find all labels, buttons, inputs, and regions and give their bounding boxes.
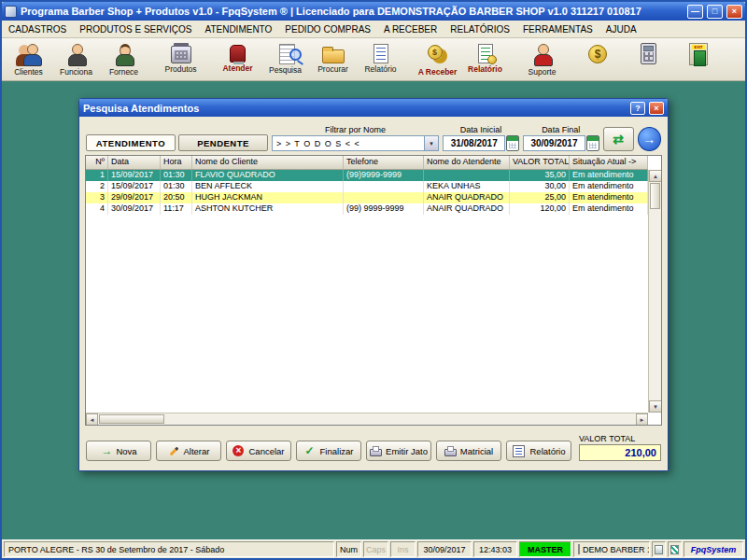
toolbar-a-receber[interactable]: A Receber [414,39,461,79]
toolbar-pesquisa[interactable]: Pesquisa [261,39,309,79]
cancel-icon [233,445,245,457]
grid-header-cell[interactable]: Situação Atual -> [570,156,648,169]
scroll-down-icon[interactable] [649,400,662,413]
status-date: 30/09/2017 [417,541,472,557]
toolbar: Clientes Funciona Fornece Produtos Atend… [2,38,745,81]
grid-header-cell[interactable]: Hora [161,156,192,169]
action-buttons: Nova Alterar Cancelar [86,441,571,461]
nova-button[interactable]: Nova [86,441,151,461]
grid-header-cell[interactable]: Telefone [344,156,424,169]
menu-a-receber[interactable]: A RECEBER [377,22,444,36]
cell-num: 2 [86,181,108,192]
toolbar-atender[interactable]: Atender [214,39,261,79]
scroll-right-icon[interactable] [636,413,648,426]
maximize-button[interactable]: □ [707,5,723,19]
mdi-desktop: Pesquisa Atendimentos ? × ATENDIMENTO PE… [2,81,745,539]
calendar-icon[interactable] [506,135,518,151]
cell-telefone [344,192,424,203]
report-icon [374,44,388,63]
grid-row[interactable]: 1 15/09/2017 01:30 FLAVIO QUADRADO (99)9… [86,170,648,181]
cell-valor: 35,00 [510,170,570,181]
status-bar: PORTO ALEGRE - RS 30 de Setembro de 2017… [2,539,745,558]
menu-atendimento[interactable]: ATENDIMENTO [198,22,278,36]
horizontal-scroll-thumb[interactable] [99,414,164,424]
atendimentos-grid: Nº Data Hora Nome do Cliente Telefone No… [85,155,662,426]
clients-icon [16,42,42,66]
grid-header-cell[interactable]: Data [108,156,161,169]
toolbar-clientes[interactable]: Clientes [5,39,52,79]
menu-produtos-e-servicos[interactable]: PRODUTOS E SERVIÇOS [73,22,198,36]
grid-header-cell[interactable]: Nº [86,156,108,169]
grid-row[interactable]: 4 30/09/2017 11:17 ASHTON KUTCHER (99) 9… [86,203,648,215]
relatorio-button[interactable]: Relatório [506,441,571,461]
grid-header-cell[interactable]: Nome do Cliente [192,156,344,169]
products-icon [171,46,191,63]
matricial-button[interactable]: Matricial [436,441,501,461]
menu-ajuda[interactable]: AJUDA [599,22,643,36]
calculator-icon [641,43,656,64]
minimize-button[interactable]: — [687,5,703,19]
supplier-icon [111,42,137,66]
total-value: 210,00 [579,444,661,461]
status-user: MASTER [519,541,571,557]
grid-header-cell[interactable]: Nome do Atendente [424,156,510,169]
filter-controls: ATENDIMENTO PENDENTE Filtrar por Nome > … [85,119,662,155]
vertical-scroll-track [649,210,661,400]
name-filter-combobox[interactable]: > > T O D O S < < ▼ [272,135,439,151]
horizontal-scroll-track [165,413,636,425]
toolbar-suporte[interactable]: Suporte [518,39,566,79]
pesquisa-atendimentos-window: Pesquisa Atendimentos ? × ATENDIMENTO PE… [78,98,669,471]
toolbar-calculadora[interactable] [629,39,667,79]
chevron-down-icon[interactable]: ▼ [424,136,438,150]
grid-row[interactable]: 3 29/09/2017 20:50 HUGH JACKMAN ANAIR QU… [86,192,648,203]
toolbar-moeda[interactable] [579,39,616,79]
dialog-close-button[interactable]: × [649,102,664,115]
status-brand: FpqSystem [684,541,743,557]
dialog-titlebar[interactable]: Pesquisa Atendimentos ? × [79,99,668,117]
toolbar-relatorio[interactable]: Relatório [357,39,404,79]
cell-data: 15/09/2017 [108,181,161,192]
horizontal-scrollbar[interactable] [86,413,648,425]
date-start-input[interactable] [443,135,505,151]
go-search-button[interactable] [638,127,661,151]
toolbar-produtos[interactable]: Produtos [157,39,204,79]
menu-ferramentas[interactable]: FERRAMENTAS [516,22,599,36]
finalizar-button[interactable]: Finalizar [296,441,361,461]
vertical-scrollbar[interactable] [648,170,661,413]
dialog-help-button[interactable]: ? [630,102,645,115]
menu-cadastros[interactable]: CADASTROS [2,22,73,36]
status-insert: Ins [390,541,416,557]
grid-row[interactable]: 2 15/09/2017 01:30 BEN AFFLECK KEKA UNHA… [86,181,648,192]
scroll-left-icon[interactable] [86,413,98,426]
toolbar-sair[interactable] [680,39,717,79]
cancelar-button[interactable]: Cancelar [226,441,291,461]
scroll-up-icon[interactable] [649,170,662,182]
grid-header: Nº Data Hora Nome do Cliente Telefone No… [86,156,648,170]
menu-pedido-compras[interactable]: PEDIDO COMPRAS [278,22,377,36]
toolbar-relatorio-receber[interactable]: Relatório [461,39,509,79]
date-end-input[interactable] [523,135,585,151]
window-titlebar[interactable]: Programa Barber Shop + Produtos v1.0 - F… [2,2,745,21]
calendar-icon[interactable] [586,135,599,151]
date-end-label: Data Final [523,125,599,134]
vertical-scroll-thumb[interactable] [650,183,660,209]
cell-num: 3 [86,192,108,203]
tab-pendente[interactable]: PENDENTE [178,134,268,151]
menu-relatorios[interactable]: RELATÓRIOS [444,22,516,36]
toolbar-procurar[interactable]: Procurar [309,39,357,79]
tab-atendimento[interactable]: ATENDIMENTO [86,134,176,151]
search-icon [279,44,295,64]
cell-data: 30/09/2017 [108,203,161,215]
close-button[interactable]: × [726,5,742,19]
button-label: Relatório [529,446,565,456]
emitir-jato-button[interactable]: Emitir Jato [366,441,431,461]
alterar-button[interactable]: Alterar [156,441,221,461]
cell-cliente: BEN AFFLECK [192,181,344,192]
toolbar-funcionario[interactable]: Funciona [52,39,100,79]
combobox-value: > > T O D O S < < [273,139,424,148]
cell-cliente: HUGH JACKMAN [192,192,344,203]
grid-header-cell[interactable]: VALOR TOTAL [510,156,570,169]
toolbar-fornecedor[interactable]: Fornece [100,39,148,79]
printer-icon [370,449,382,456]
refresh-button[interactable] [603,127,634,151]
